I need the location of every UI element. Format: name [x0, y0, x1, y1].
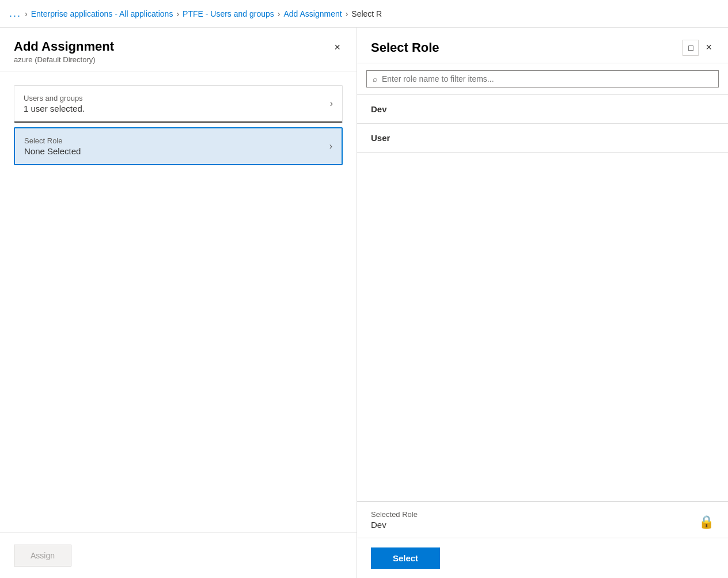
select-role-info: Select Role None Selected	[24, 136, 81, 156]
role-item-user[interactable]: User	[357, 124, 728, 153]
add-assignment-panel: Add Assignment azure (Default Directory)…	[0, 28, 357, 578]
breadcrumb-ptfe[interactable]: PTFE - Users and groups	[183, 9, 274, 18]
selected-role-footer: Selected Role Dev 🔒	[357, 501, 728, 538]
breadcrumb-current: Select R	[351, 9, 382, 18]
left-panel-content: Users and groups 1 user selected. › Sele…	[0, 71, 357, 533]
chevron-right-icon-2: ›	[329, 141, 332, 151]
right-panel-header: Select Role □ ×	[357, 28, 728, 63]
breadcrumb-dots[interactable]: ...	[9, 7, 21, 20]
select-role-step[interactable]: Select Role None Selected ›	[14, 127, 343, 165]
close-icon-right: ×	[706, 41, 712, 54]
left-panel-title-group: Add Assignment azure (Default Directory)	[14, 39, 114, 64]
breadcrumb-sep-4: ›	[346, 9, 348, 18]
role-search-input[interactable]	[382, 74, 712, 83]
users-and-groups-step[interactable]: Users and groups 1 user selected. ›	[14, 85, 343, 123]
maximize-icon: □	[688, 43, 693, 52]
breadcrumb: ... › Enterprise applications - All appl…	[0, 0, 728, 28]
left-panel-header: Add Assignment azure (Default Directory)…	[0, 28, 357, 71]
header-actions: □ ×	[682, 39, 714, 56]
add-assignment-title: Add Assignment	[14, 39, 114, 54]
users-and-groups-label: Users and groups	[24, 94, 85, 102]
select-role-label: Select Role	[24, 136, 81, 145]
role-item-dev[interactable]: Dev	[357, 95, 728, 124]
chevron-right-icon: ›	[330, 98, 333, 109]
breadcrumb-enterprise-apps[interactable]: Enterprise applications - All applicatio…	[31, 9, 173, 18]
maximize-button[interactable]: □	[682, 40, 699, 56]
assign-button[interactable]: Assign	[14, 545, 71, 566]
add-assignment-subtitle: azure (Default Directory)	[14, 55, 114, 64]
breadcrumb-sep-3: ›	[278, 9, 280, 18]
add-assignment-close-button[interactable]: ×	[332, 39, 343, 56]
selected-role-value: Dev	[371, 520, 418, 530]
left-panel-footer: Assign	[0, 533, 357, 578]
lock-icon: 🔒	[699, 515, 714, 530]
select-role-panel: Select Role □ × ⌕ Dev User Selected Rol	[357, 28, 728, 578]
select-role-title: Select Role	[371, 40, 439, 55]
role-list: Dev User	[357, 95, 728, 501]
select-role-close-button[interactable]: ×	[703, 39, 714, 56]
breadcrumb-add-assignment[interactable]: Add Assignment	[283, 9, 342, 18]
close-icon: ×	[334, 41, 340, 54]
selected-role-info: Selected Role Dev	[371, 510, 418, 530]
selected-role-label: Selected Role	[371, 510, 418, 519]
search-icon: ⌕	[373, 74, 377, 83]
select-role-value: None Selected	[24, 146, 81, 156]
search-input-wrapper: ⌕	[366, 70, 719, 88]
panels-container: Add Assignment azure (Default Directory)…	[0, 28, 728, 578]
select-button[interactable]: Select	[371, 547, 440, 569]
breadcrumb-sep-2: ›	[176, 9, 179, 18]
users-and-groups-value: 1 user selected.	[24, 104, 85, 113]
users-and-groups-info: Users and groups 1 user selected.	[24, 94, 85, 113]
search-area: ⌕	[357, 63, 728, 95]
select-button-area: Select	[357, 538, 728, 578]
breadcrumb-sep-1: ›	[25, 9, 28, 18]
